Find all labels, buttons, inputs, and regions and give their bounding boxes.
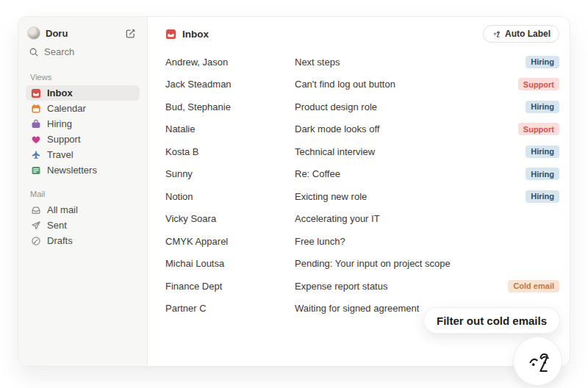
sidebar-item-all-mail[interactable]: All mail — [26, 202, 140, 218]
email-sender: Andrew, Jason — [165, 57, 295, 68]
plane-icon — [30, 149, 41, 160]
email-row[interactable]: CMYK ApparelFree lunch? — [165, 230, 559, 253]
sidebar-item-calendar[interactable]: Calendar — [26, 101, 140, 116]
sidebar-item-travel[interactable]: Travel — [26, 147, 140, 162]
email-row[interactable]: Finance DeptExpense report statusCold em… — [165, 275, 559, 298]
email-row[interactable]: Kosta BTechnical interviewHiring — [165, 140, 559, 163]
email-label-badge: Hiring — [526, 168, 559, 180]
email-sender: Bud, Stephanie — [165, 101, 295, 112]
sidebar-item-newsletters[interactable]: Newsletters — [26, 162, 140, 178]
ai-assistant-button[interactable] — [514, 337, 562, 385]
email-subject: Next steps — [295, 57, 526, 68]
email-sender: Natalie — [165, 123, 295, 134]
sidebar-item-support[interactable]: Support — [26, 132, 140, 147]
email-label-badge: Support — [518, 123, 559, 135]
section-label-views: Views — [30, 73, 135, 82]
email-label-badge: Hiring — [526, 101, 559, 113]
sidebar-item-drafts[interactable]: Drafts — [26, 233, 140, 248]
heart-icon — [30, 134, 41, 145]
email-row[interactable]: NatalieDark mode looks offSupport — [165, 118, 559, 141]
email-sender: CMYK Apparel — [165, 236, 295, 247]
section-label-mail: Mail — [30, 190, 135, 198]
calendar-icon — [30, 103, 41, 114]
email-sender: Sunny — [165, 168, 295, 179]
sidebar-item-hiring[interactable]: Hiring — [26, 116, 140, 132]
sidebar-item-label: Calendar — [47, 103, 86, 114]
user-name: Doru — [46, 28, 118, 39]
auto-label-button-text: Auto Label — [505, 29, 551, 39]
email-sender: Notion — [165, 191, 295, 202]
tray-icon — [30, 204, 41, 215]
email-subject: Expense report status — [295, 281, 508, 292]
user-menu[interactable]: Doru — [26, 25, 140, 41]
email-sender: Kosta B — [165, 146, 295, 157]
compose-icon[interactable] — [123, 26, 137, 40]
search-label: Search — [44, 46, 74, 57]
email-subject: Free lunch? — [295, 236, 559, 247]
inbox-icon — [165, 29, 176, 40]
email-subject: Re: Coffee — [295, 168, 526, 179]
newspaper-icon — [30, 165, 41, 176]
email-label-badge: Hiring — [526, 56, 559, 68]
ai-face-icon — [492, 29, 501, 38]
briefcase-icon — [30, 118, 41, 129]
email-label-badge: Support — [518, 78, 559, 90]
email-subject: Dark mode looks off — [295, 123, 518, 134]
email-sender: Partner C — [165, 303, 295, 314]
list-header: Inbox Auto Label — [165, 17, 559, 51]
page-title: Inbox — [182, 29, 209, 40]
sidebar: Doru Search ViewsInboxCalendarHiringSupp… — [18, 17, 148, 366]
email-label-badge: Cold email — [508, 280, 559, 292]
ai-face-icon — [524, 348, 551, 375]
search-input[interactable]: Search — [26, 43, 140, 61]
email-sender: Finance Dept — [165, 281, 295, 292]
sidebar-item-label: Inbox — [47, 87, 73, 98]
sidebar-item-sent[interactable]: Sent — [26, 218, 140, 233]
ai-suggestion-text: Filter out cold emails — [437, 315, 547, 327]
auto-label-button[interactable]: Auto Label — [483, 25, 559, 43]
email-row[interactable]: Andrew, JasonNext stepsHiring — [165, 51, 559, 73]
email-row[interactable]: Vicky SoaraAccelerating your IT — [165, 208, 559, 231]
sidebar-item-inbox[interactable]: Inbox — [26, 85, 140, 101]
email-subject: Product design role — [295, 101, 526, 112]
email-subject: Technical interview — [295, 146, 526, 157]
sidebar-item-label: All mail — [47, 204, 78, 215]
email-row[interactable]: Michai LoutsaPending: Your input on proj… — [165, 253, 559, 276]
ai-suggestion-tooltip[interactable]: Filter out cold emails — [424, 308, 559, 333]
email-row[interactable]: SunnyRe: CoffeeHiring — [165, 163, 559, 186]
send-icon — [30, 220, 41, 231]
inbox-icon — [30, 87, 41, 98]
sidebar-item-label: Drafts — [47, 235, 73, 246]
email-sender: Jack Steadman — [165, 79, 295, 90]
sidebar-item-label: Newsletters — [47, 165, 97, 176]
email-label-badge: Hiring — [526, 146, 559, 158]
email-subject: Exicting new role — [295, 191, 526, 202]
sidebar-item-label: Support — [47, 134, 81, 145]
email-sender: Michai Loutsa — [165, 258, 295, 269]
sidebar-item-label: Sent — [47, 220, 67, 231]
email-subject: Can't find log out button — [295, 79, 518, 90]
email-sender: Vicky Soara — [165, 213, 295, 224]
email-list: Andrew, JasonNext stepsHiringJack Steadm… — [165, 51, 559, 320]
search-icon — [29, 47, 39, 57]
email-subject: Pending: Your input on project scope — [295, 258, 559, 269]
sidebar-item-label: Hiring — [47, 118, 72, 129]
email-row[interactable]: Bud, StephanieProduct design roleHiring — [165, 96, 559, 118]
email-label-badge: Hiring — [526, 190, 559, 203]
email-subject: Accelerating your IT — [295, 213, 559, 224]
email-row[interactable]: Jack SteadmanCan't find log out buttonSu… — [165, 73, 559, 96]
drafts-icon — [30, 235, 41, 246]
sidebar-item-label: Travel — [47, 149, 74, 160]
email-row[interactable]: NotionExicting new roleHiring — [165, 185, 559, 208]
avatar — [27, 26, 40, 40]
